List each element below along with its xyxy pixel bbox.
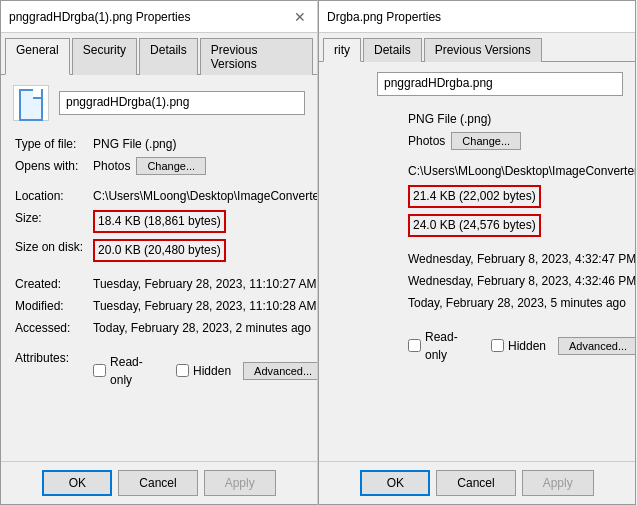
right-spacer2-row: [331, 240, 635, 248]
left-location-value: C:\Users\MLoong\Desktop\ImageConverter: [91, 185, 317, 207]
left-footer: OK Cancel Apply: [1, 461, 317, 504]
left-opens-app: Photos: [93, 157, 130, 175]
right-size-disk-row: 24.0 KB (24,576 bytes): [331, 211, 635, 240]
left-attributes-row: Attributes: Read-only Hidden Advanced...: [13, 347, 317, 395]
right-type-row: PNG File (.png): [331, 108, 635, 130]
right-title-bar: Drgba.png Properties: [319, 1, 635, 33]
left-opens-row: Opens with: Photos Change...: [13, 155, 317, 177]
left-spacer2-row: [13, 265, 317, 273]
right-filename-box: pnggradHDrgba.png: [377, 72, 623, 96]
left-attributes-value: Read-only Hidden Advanced...: [91, 347, 317, 395]
left-created-label: Created:: [13, 273, 91, 295]
left-close-button[interactable]: ✕: [291, 8, 309, 26]
right-advanced-button[interactable]: Advanced...: [558, 337, 635, 355]
left-file-icon: [13, 85, 49, 121]
left-type-row: Type of file: PNG File (.png): [13, 133, 317, 155]
left-title-bar-left: pnggradHDrgba(1).png Properties: [9, 10, 190, 24]
right-hidden-checkbox[interactable]: [491, 339, 504, 352]
right-file-header: pnggradHDrgba.png: [331, 72, 623, 96]
left-title-bar: pnggradHDrgba(1).png Properties ✕: [1, 1, 317, 33]
left-created-value: Tuesday, February 28, 2023, 11:10:27 AM: [91, 273, 317, 295]
right-created-value: Wednesday, February 8, 2023, 4:32:47 PM: [406, 248, 635, 270]
right-readonly-text: Read-only: [425, 328, 479, 364]
right-location-label: [331, 160, 406, 182]
right-tab-details[interactable]: Details: [363, 38, 422, 62]
right-cancel-button[interactable]: Cancel: [436, 470, 515, 496]
left-accessed-label: Accessed:: [13, 317, 91, 339]
left-modified-row: Modified: Tuesday, February 28, 2023, 11…: [13, 295, 317, 317]
left-title-text: pnggradHDrgba(1).png Properties: [9, 10, 190, 24]
left-type-label: Type of file:: [13, 133, 91, 155]
right-tab-rity[interactable]: rity: [323, 38, 361, 62]
left-size-label: Size:: [13, 207, 91, 236]
right-ok-button[interactable]: OK: [360, 470, 430, 496]
right-spacer-row: [331, 152, 635, 160]
left-tab-previous-versions[interactable]: Previous Versions: [200, 38, 313, 75]
left-tab-details[interactable]: Details: [139, 38, 198, 75]
right-readonly-checkbox[interactable]: [408, 339, 421, 352]
left-change-button[interactable]: Change...: [136, 157, 206, 175]
left-size-disk-label: Size on disk:: [13, 236, 91, 265]
left-accessed-row: Accessed: Today, February 28, 2023, 2 mi…: [13, 317, 317, 339]
right-created-row: Wednesday, February 8, 2023, 4:32:47 PM: [331, 248, 635, 270]
left-tab-general[interactable]: General: [5, 38, 70, 75]
right-opens-value: Photos Change...: [406, 130, 635, 152]
right-modified-value: Wednesday, February 8, 2023, 4:32:46 PM: [406, 270, 635, 292]
left-cancel-button[interactable]: Cancel: [118, 470, 197, 496]
left-ok-button[interactable]: OK: [42, 470, 112, 496]
left-readonly-label[interactable]: Read-only: [93, 353, 164, 389]
left-spacer-row: [13, 177, 317, 185]
right-attributes-row: Read-only Hidden Advanced...: [331, 322, 635, 370]
right-size-value: 21.4 KB (22,002 bytes): [406, 182, 635, 211]
left-content: pnggradHDrgba(1).png Type of file: PNG F…: [1, 75, 317, 461]
right-accessed-row: Today, February 28, 2023, 5 minutes ago: [331, 292, 635, 314]
left-info-table: Type of file: PNG File (.png) Opens with…: [13, 133, 317, 395]
left-opens-label: Opens with:: [13, 155, 91, 177]
right-tab-bar: rity Details Previous Versions: [319, 33, 635, 62]
right-modified-label: [331, 270, 406, 292]
right-attributes-controls: Read-only Hidden Advanced...: [408, 324, 635, 368]
right-size-box: 21.4 KB (22,002 bytes): [408, 185, 541, 208]
left-size-row: Size: 18.4 KB (18,861 bytes): [13, 207, 317, 236]
right-opens-app: Photos: [408, 132, 445, 150]
left-location-label: Location:: [13, 185, 91, 207]
right-size-disk-box: 24.0 KB (24,576 bytes): [408, 214, 541, 237]
right-info-table: PNG File (.png) Photos Change... C:\User…: [331, 108, 635, 370]
left-size-box: 18.4 KB (18,861 bytes): [93, 210, 226, 233]
right-size-disk-label: [331, 211, 406, 240]
right-title-text: Drgba.png Properties: [327, 10, 441, 24]
left-tab-bar: General Security Details Previous Versio…: [1, 33, 317, 75]
left-file-header: pnggradHDrgba(1).png: [13, 85, 305, 121]
left-readonly-checkbox[interactable]: [93, 364, 106, 377]
right-apply-button[interactable]: Apply: [522, 470, 594, 496]
left-size-disk-value: 20.0 KB (20,480 bytes): [91, 236, 317, 265]
left-modified-label: Modified:: [13, 295, 91, 317]
right-dialog: Drgba.png Properties rity Details Previo…: [318, 0, 636, 505]
left-dialog: pnggradHDrgba(1).png Properties ✕ Genera…: [0, 0, 318, 505]
right-opens-label: [331, 130, 406, 152]
left-filename-box: pnggradHDrgba(1).png: [59, 91, 305, 115]
left-accessed-value: Today, February 28, 2023, 2 minutes ago: [91, 317, 317, 339]
right-hidden-text: Hidden: [508, 337, 546, 355]
right-change-button[interactable]: Change...: [451, 132, 521, 150]
right-location-value: C:\Users\MLoong\Desktop\ImageConverter: [406, 160, 635, 182]
right-size-row: 21.4 KB (22,002 bytes): [331, 182, 635, 211]
left-readonly-text: Read-only: [110, 353, 164, 389]
right-modified-row: Wednesday, February 8, 2023, 4:32:46 PM: [331, 270, 635, 292]
left-hidden-checkbox[interactable]: [176, 364, 189, 377]
right-tab-previous-versions[interactable]: Previous Versions: [424, 38, 542, 62]
right-type-label: [331, 108, 406, 130]
right-size-label: [331, 182, 406, 211]
left-apply-button[interactable]: Apply: [204, 470, 276, 496]
right-location-row: C:\Users\MLoong\Desktop\ImageConverter: [331, 160, 635, 182]
right-created-label: [331, 248, 406, 270]
left-hidden-text: Hidden: [193, 362, 231, 380]
right-title-bar-left: Drgba.png Properties: [327, 10, 441, 24]
right-hidden-label[interactable]: Hidden: [491, 337, 546, 355]
left-advanced-button[interactable]: Advanced...: [243, 362, 317, 380]
right-accessed-value: Today, February 28, 2023, 5 minutes ago: [406, 292, 635, 314]
left-size-disk-row: Size on disk: 20.0 KB (20,480 bytes): [13, 236, 317, 265]
left-hidden-label[interactable]: Hidden: [176, 362, 231, 380]
right-readonly-label[interactable]: Read-only: [408, 328, 479, 364]
left-tab-security[interactable]: Security: [72, 38, 137, 75]
